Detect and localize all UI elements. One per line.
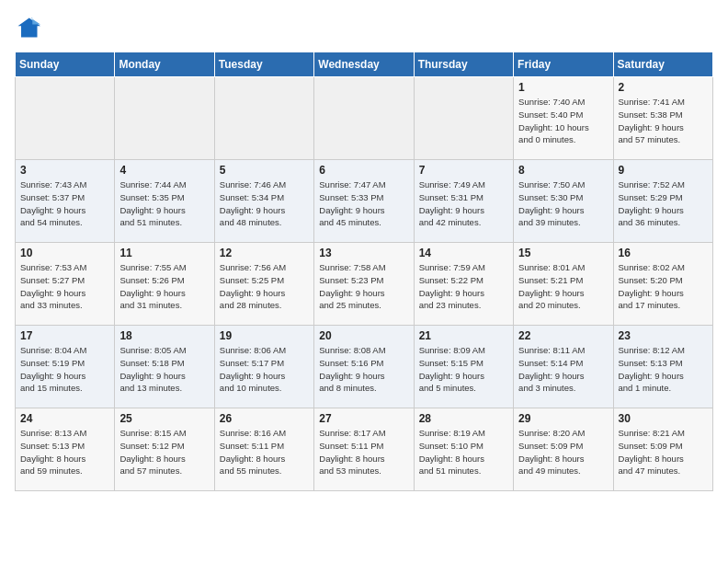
day-number: 18 [119, 329, 209, 342]
logo-icon [15, 15, 40, 40]
day-cell: 28Sunrise: 8:19 AM Sunset: 5:10 PM Dayli… [414, 408, 513, 491]
day-info: Sunrise: 8:19 AM Sunset: 5:10 PM Dayligh… [419, 427, 508, 477]
calendar-header-row: SundayMondayTuesdayWednesdayThursdayFrid… [16, 52, 713, 77]
day-number: 16 [619, 247, 708, 259]
day-cell: 9Sunrise: 7:52 AM Sunset: 5:29 PM Daylig… [613, 160, 712, 243]
day-number: 26 [220, 412, 309, 425]
day-number: 3 [20, 164, 109, 177]
day-info: Sunrise: 8:09 AM Sunset: 5:15 PM Dayligh… [419, 344, 508, 395]
day-number: 6 [319, 164, 408, 177]
day-info: Sunrise: 8:08 AM Sunset: 5:16 PM Dayligh… [319, 344, 408, 395]
page-header [15, 15, 713, 40]
day-number: 17 [20, 329, 109, 342]
day-cell: 30Sunrise: 8:21 AM Sunset: 5:09 PM Dayli… [613, 408, 712, 491]
week-row-3: 10Sunrise: 7:53 AM Sunset: 5:27 PM Dayli… [16, 243, 713, 326]
day-info: Sunrise: 7:44 AM Sunset: 5:35 PM Dayligh… [119, 178, 209, 229]
day-cell: 15Sunrise: 8:01 AM Sunset: 5:21 PM Dayli… [514, 243, 613, 326]
day-number: 24 [20, 412, 109, 425]
day-number: 14 [419, 247, 508, 259]
day-info: Sunrise: 8:21 AM Sunset: 5:09 PM Dayligh… [619, 427, 708, 477]
day-cell: 14Sunrise: 7:59 AM Sunset: 5:22 PM Dayli… [414, 243, 513, 326]
day-cell: 23Sunrise: 8:12 AM Sunset: 5:13 PM Dayli… [613, 326, 712, 408]
day-info: Sunrise: 7:56 AM Sunset: 5:25 PM Dayligh… [220, 261, 309, 312]
day-info: Sunrise: 8:13 AM Sunset: 5:13 PM Dayligh… [20, 427, 109, 477]
day-number: 5 [220, 164, 309, 177]
day-cell [214, 77, 313, 160]
day-cell: 5Sunrise: 7:46 AM Sunset: 5:34 PM Daylig… [214, 160, 313, 243]
day-number: 28 [419, 412, 508, 425]
day-number: 12 [220, 247, 309, 259]
day-cell: 12Sunrise: 7:56 AM Sunset: 5:25 PM Dayli… [214, 243, 313, 326]
day-number: 29 [518, 412, 608, 425]
day-info: Sunrise: 7:43 AM Sunset: 5:37 PM Dayligh… [20, 178, 109, 229]
day-info: Sunrise: 7:46 AM Sunset: 5:34 PM Dayligh… [220, 178, 309, 229]
day-info: Sunrise: 8:17 AM Sunset: 5:11 PM Dayligh… [319, 427, 408, 477]
day-number: 23 [619, 329, 708, 342]
day-cell [414, 77, 513, 160]
day-info: Sunrise: 8:02 AM Sunset: 5:20 PM Dayligh… [619, 261, 708, 312]
day-cell: 1Sunrise: 7:40 AM Sunset: 5:40 PM Daylig… [514, 77, 613, 160]
header-tuesday: Tuesday [214, 52, 313, 77]
logo [15, 15, 44, 40]
day-info: Sunrise: 8:05 AM Sunset: 5:18 PM Dayligh… [119, 344, 209, 395]
day-info: Sunrise: 8:06 AM Sunset: 5:17 PM Dayligh… [220, 344, 309, 395]
day-cell: 24Sunrise: 8:13 AM Sunset: 5:13 PM Dayli… [16, 408, 115, 491]
header-friday: Friday [514, 52, 613, 77]
day-info: Sunrise: 7:59 AM Sunset: 5:22 PM Dayligh… [419, 261, 508, 312]
day-cell: 7Sunrise: 7:49 AM Sunset: 5:31 PM Daylig… [414, 160, 513, 243]
day-info: Sunrise: 8:15 AM Sunset: 5:12 PM Dayligh… [119, 427, 209, 477]
day-cell: 17Sunrise: 8:04 AM Sunset: 5:19 PM Dayli… [16, 326, 115, 408]
day-info: Sunrise: 7:49 AM Sunset: 5:31 PM Dayligh… [419, 178, 508, 229]
day-info: Sunrise: 7:47 AM Sunset: 5:33 PM Dayligh… [319, 178, 408, 229]
day-number: 13 [319, 247, 408, 259]
day-cell: 4Sunrise: 7:44 AM Sunset: 5:35 PM Daylig… [115, 160, 214, 243]
header-wednesday: Wednesday [314, 52, 414, 77]
day-info: Sunrise: 8:01 AM Sunset: 5:21 PM Dayligh… [518, 261, 608, 312]
day-number: 10 [20, 247, 109, 259]
day-number: 2 [619, 81, 708, 94]
day-number: 22 [518, 329, 608, 342]
day-info: Sunrise: 8:16 AM Sunset: 5:11 PM Dayligh… [220, 427, 309, 477]
day-info: Sunrise: 7:41 AM Sunset: 5:38 PM Dayligh… [619, 96, 708, 146]
day-cell: 3Sunrise: 7:43 AM Sunset: 5:37 PM Daylig… [16, 160, 115, 243]
day-number: 1 [518, 81, 608, 94]
header-sunday: Sunday [16, 52, 115, 77]
week-row-1: 1Sunrise: 7:40 AM Sunset: 5:40 PM Daylig… [16, 77, 713, 160]
day-cell: 19Sunrise: 8:06 AM Sunset: 5:17 PM Dayli… [214, 326, 313, 408]
day-cell: 29Sunrise: 8:20 AM Sunset: 5:09 PM Dayli… [514, 408, 613, 491]
day-cell: 2Sunrise: 7:41 AM Sunset: 5:38 PM Daylig… [613, 77, 712, 160]
day-info: Sunrise: 7:55 AM Sunset: 5:26 PM Dayligh… [119, 261, 209, 312]
day-cell: 18Sunrise: 8:05 AM Sunset: 5:18 PM Dayli… [115, 326, 214, 408]
day-cell: 10Sunrise: 7:53 AM Sunset: 5:27 PM Dayli… [16, 243, 115, 326]
day-number: 21 [419, 329, 508, 342]
week-row-5: 24Sunrise: 8:13 AM Sunset: 5:13 PM Dayli… [16, 408, 713, 491]
day-cell [115, 77, 214, 160]
day-info: Sunrise: 7:53 AM Sunset: 5:27 PM Dayligh… [20, 261, 109, 312]
day-number: 25 [119, 412, 209, 425]
day-info: Sunrise: 7:40 AM Sunset: 5:40 PM Dayligh… [518, 96, 608, 146]
day-number: 27 [319, 412, 408, 425]
day-info: Sunrise: 8:11 AM Sunset: 5:14 PM Dayligh… [518, 344, 608, 395]
day-cell [16, 77, 115, 160]
day-info: Sunrise: 8:12 AM Sunset: 5:13 PM Dayligh… [619, 344, 708, 395]
day-info: Sunrise: 7:58 AM Sunset: 5:23 PM Dayligh… [319, 261, 408, 312]
day-number: 7 [419, 164, 508, 177]
header-saturday: Saturday [613, 52, 712, 77]
day-cell: 25Sunrise: 8:15 AM Sunset: 5:12 PM Dayli… [115, 408, 214, 491]
day-cell: 22Sunrise: 8:11 AM Sunset: 5:14 PM Dayli… [514, 326, 613, 408]
day-cell: 26Sunrise: 8:16 AM Sunset: 5:11 PM Dayli… [214, 408, 313, 491]
day-cell [314, 77, 414, 160]
day-number: 11 [119, 247, 209, 259]
day-cell: 27Sunrise: 8:17 AM Sunset: 5:11 PM Dayli… [314, 408, 414, 491]
week-row-2: 3Sunrise: 7:43 AM Sunset: 5:37 PM Daylig… [16, 160, 713, 243]
week-row-4: 17Sunrise: 8:04 AM Sunset: 5:19 PM Dayli… [16, 326, 713, 408]
day-number: 4 [119, 164, 209, 177]
day-number: 20 [319, 329, 408, 342]
calendar-table: SundayMondayTuesdayWednesdayThursdayFrid… [15, 52, 713, 491]
day-cell: 21Sunrise: 8:09 AM Sunset: 5:15 PM Dayli… [414, 326, 513, 408]
day-info: Sunrise: 7:50 AM Sunset: 5:30 PM Dayligh… [518, 178, 608, 229]
day-cell: 8Sunrise: 7:50 AM Sunset: 5:30 PM Daylig… [514, 160, 613, 243]
day-cell: 11Sunrise: 7:55 AM Sunset: 5:26 PM Dayli… [115, 243, 214, 326]
day-cell: 13Sunrise: 7:58 AM Sunset: 5:23 PM Dayli… [314, 243, 414, 326]
day-cell: 6Sunrise: 7:47 AM Sunset: 5:33 PM Daylig… [314, 160, 414, 243]
